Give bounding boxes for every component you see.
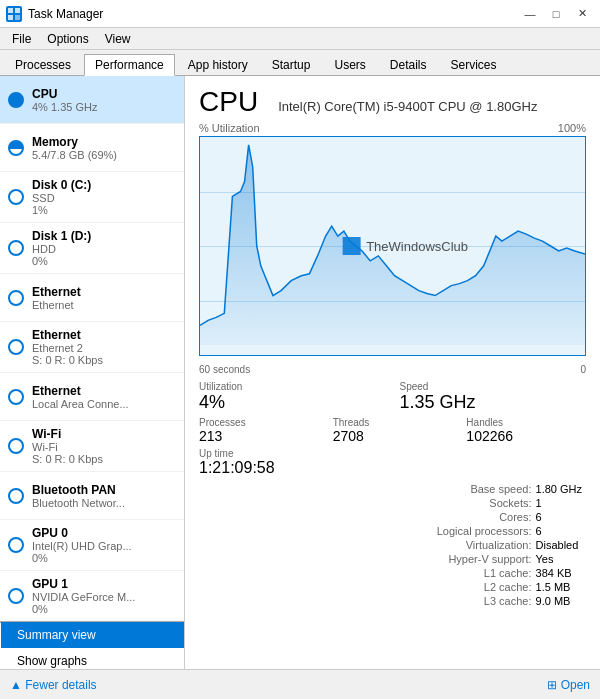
l2cache-label: L2 cache: <box>437 581 532 593</box>
sidebar-item-disk0[interactable]: Disk 0 (C:) SSD 1% <box>0 172 184 223</box>
handles-stat: Handles 102266 <box>466 417 586 444</box>
utilization-label-row: % Utilization 100% <box>199 122 586 134</box>
zero-label: 0 <box>580 364 586 375</box>
l1cache-value: 384 KB <box>536 567 582 579</box>
minimize-button[interactable]: — <box>518 4 542 24</box>
svg-rect-2 <box>8 15 13 20</box>
context-menu-show-graphs[interactable]: Show graphs <box>1 648 185 669</box>
tab-performance[interactable]: Performance <box>84 54 175 76</box>
gpu0-status-icon <box>8 537 24 553</box>
time-label: 60 seconds <box>199 364 250 375</box>
fewer-details-button[interactable]: ▲ Fewer details <box>10 678 97 692</box>
title-bar-left: Task Manager <box>6 6 103 22</box>
right-stats: Base speed: 1.80 GHz Sockets: 1 Cores: 6… <box>433 481 586 609</box>
gpu0-info: GPU 0 Intel(R) UHD Grap... 0% <box>32 526 176 564</box>
cpu-header: CPU Intel(R) Core(TM) i5-9400T CPU @ 1.8… <box>199 86 586 118</box>
svg-rect-0 <box>8 8 13 13</box>
handles-stat-label: Handles <box>466 417 586 428</box>
title-bar: Task Manager — □ ✕ <box>0 0 600 28</box>
l3cache-label: L3 cache: <box>437 595 532 607</box>
ethernet2-name: Ethernet <box>32 328 176 342</box>
tab-users[interactable]: Users <box>323 54 376 75</box>
context-menu: Summary view Show graphs Copy Ctrl+C <box>0 621 185 623</box>
disk1-percent: 0% <box>32 255 176 267</box>
gpu1-percent: 0% <box>32 603 176 615</box>
graph-time-label: 60 seconds 0 <box>199 364 586 375</box>
summary-view-label: Summary view <box>17 628 96 642</box>
processes-stat-value: 213 <box>199 428 319 444</box>
logical-proc-row: Logical processors: 6 <box>437 525 582 537</box>
disk1-detail: HDD <box>32 243 176 255</box>
menu-bar: File Options View <box>0 28 600 50</box>
context-menu-summary-view[interactable]: Summary view <box>1 622 185 648</box>
handles-stat-value: 102266 <box>466 428 586 444</box>
bottom-bar: ▲ Fewer details ⊞ Open <box>0 669 600 699</box>
hyperv-value: Yes <box>536 553 582 565</box>
tab-details[interactable]: Details <box>379 54 438 75</box>
speed-stat-value: 1.35 GHz <box>400 392 587 413</box>
sidebar-item-cpu[interactable]: CPU 4% 1.35 GHz <box>0 76 184 124</box>
gpu1-info: GPU 1 NVIDIA GeForce M... 0% <box>32 577 176 615</box>
l1cache-row: L1 cache: 384 KB <box>437 567 582 579</box>
wifi-speed: S: 0 R: 0 Kbps <box>32 453 176 465</box>
bluetooth-status-icon <box>8 488 24 504</box>
ethernet1-name: Ethernet <box>32 285 176 299</box>
base-speed-label: Base speed: <box>437 483 532 495</box>
menu-options[interactable]: Options <box>39 30 96 48</box>
ethernet2-status-icon <box>8 339 24 355</box>
sidebar-item-gpu0[interactable]: GPU 0 Intel(R) UHD Grap... 0% <box>0 520 184 571</box>
threads-stat-label: Threads <box>333 417 453 428</box>
threads-stat: Threads 2708 <box>333 417 453 444</box>
menu-view[interactable]: View <box>97 30 139 48</box>
sidebar-item-gpu1[interactable]: GPU 1 NVIDIA GeForce M... 0% Summary vie… <box>0 571 184 622</box>
disk0-name: Disk 0 (C:) <box>32 178 176 192</box>
logical-proc-value: 6 <box>536 525 582 537</box>
utilization-stat-label: Utilization <box>199 381 386 392</box>
gpu1-name: GPU 1 <box>32 577 176 591</box>
processes-stat-label: Processes <box>199 417 319 428</box>
virtualization-row: Virtualization: Disabled <box>437 539 582 551</box>
cpu-title: CPU <box>199 86 258 118</box>
cpu-graph: TheWindowsClub <box>199 136 586 356</box>
stats-row-2: Processes 213 Threads 2708 Handles 10226… <box>199 417 586 444</box>
window-title: Task Manager <box>28 7 103 21</box>
sockets-label: Sockets: <box>437 497 532 509</box>
cpu-status-icon <box>8 92 24 108</box>
sidebar-item-ethernet2[interactable]: Ethernet Ethernet 2 S: 0 R: 0 Kbps <box>0 322 184 373</box>
tab-processes[interactable]: Processes <box>4 54 82 75</box>
ethernet2-info: Ethernet Ethernet 2 S: 0 R: 0 Kbps <box>32 328 176 366</box>
uptime-value: 1:21:09:58 <box>199 459 586 477</box>
ethernet3-name: Ethernet <box>32 384 176 398</box>
close-button[interactable]: ✕ <box>570 4 594 24</box>
sidebar-item-memory[interactable]: Memory 5.4/7.8 GB (69%) <box>0 124 184 172</box>
tab-app-history[interactable]: App history <box>177 54 259 75</box>
wifi-detail: Wi-Fi <box>32 441 176 453</box>
bluetooth-name: Bluetooth PAN <box>32 483 176 497</box>
ethernet1-detail: Ethernet <box>32 299 176 311</box>
sidebar-item-ethernet1[interactable]: Ethernet Ethernet <box>0 274 184 322</box>
processes-stat: Processes 213 <box>199 417 319 444</box>
hyperv-label: Hyper-V support: <box>437 553 532 565</box>
tab-startup[interactable]: Startup <box>261 54 322 75</box>
maximize-button[interactable]: □ <box>544 4 568 24</box>
open-button[interactable]: ⊞ Open <box>547 678 590 692</box>
l3cache-row: L3 cache: 9.0 MB <box>437 595 582 607</box>
tab-services[interactable]: Services <box>440 54 508 75</box>
sidebar-item-disk1[interactable]: Disk 1 (D:) HDD 0% <box>0 223 184 274</box>
graph-watermark: TheWindowsClub <box>342 237 468 255</box>
ethernet1-info: Ethernet Ethernet <box>32 285 176 311</box>
right-stats-table: Base speed: 1.80 GHz Sockets: 1 Cores: 6… <box>433 481 586 609</box>
sidebar-item-ethernet3[interactable]: Ethernet Local Area Conne... <box>0 373 184 421</box>
window-controls: — □ ✕ <box>518 4 594 24</box>
sidebar-item-wifi[interactable]: Wi-Fi Wi-Fi S: 0 R: 0 Kbps <box>0 421 184 472</box>
sockets-row: Sockets: 1 <box>437 497 582 509</box>
gpu1-detail: NVIDIA GeForce M... <box>32 591 176 603</box>
app-icon <box>6 6 22 22</box>
utilization-stat-value: 4% <box>199 392 386 413</box>
wifi-info: Wi-Fi Wi-Fi S: 0 R: 0 Kbps <box>32 427 176 465</box>
memory-info: Memory 5.4/7.8 GB (69%) <box>32 135 176 161</box>
ethernet3-detail: Local Area Conne... <box>32 398 176 410</box>
menu-file[interactable]: File <box>4 30 39 48</box>
fewer-details-label: ▲ Fewer details <box>10 678 97 692</box>
sidebar-item-bluetooth[interactable]: Bluetooth PAN Bluetooth Networ... <box>0 472 184 520</box>
